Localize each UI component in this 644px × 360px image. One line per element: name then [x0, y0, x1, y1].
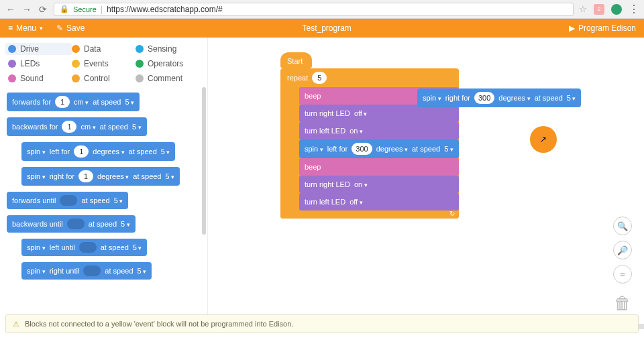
category-events[interactable]: Events: [72, 58, 136, 70]
save-button[interactable]: ✎ Save: [56, 23, 85, 33]
reload-icon[interactable]: ⟳: [38, 4, 48, 15]
browser-chrome: ← → ⟳ 🔒 Secure | https://www.edscratchap…: [0, 0, 644, 19]
warning-text: Blocks not connected to a yellow 'event'…: [25, 320, 293, 328]
block-forwards-for[interactable]: forwards for1cmat speed5: [7, 93, 140, 111]
block-backwards-until[interactable]: backwards untilat speed5: [7, 215, 136, 233]
category-sound[interactable]: Sound: [8, 72, 72, 84]
block-palette: Drive Data Sensing LEDs Events Operators…: [0, 38, 208, 333]
zoom-reset-button[interactable]: =: [613, 265, 632, 284]
block-turn-right-led-2[interactable]: turn right LEDon: [299, 176, 459, 193]
bool-slot: [83, 265, 101, 276]
extension-icon-2[interactable]: [611, 4, 622, 15]
warning-icon: ⚠: [13, 320, 19, 328]
block-spin-right-for[interactable]: spinright for1degreesat speed5: [21, 167, 180, 186]
program-edison-button[interactable]: ▶ Program Edison: [569, 23, 636, 33]
trash-icon[interactable]: 🗑: [614, 293, 631, 313]
zoom-in-button[interactable]: 🔍: [613, 217, 632, 235]
dot-icon: [8, 45, 16, 53]
cursor-highlight-icon: [530, 126, 557, 153]
dot-icon: [136, 45, 144, 53]
bool-slot: [67, 219, 85, 229]
block-turn-left-led[interactable]: turn left LEDon: [299, 122, 459, 139]
dot-icon: [72, 45, 80, 53]
block-start[interactable]: Start: [280, 52, 312, 68]
block-turn-left-led-2[interactable]: turn left LEDoff: [299, 193, 459, 211]
category-data[interactable]: Data: [72, 43, 136, 55]
play-icon: ▶: [569, 23, 575, 33]
warning-banner: ⚠ Blocks not connected to a yellow 'even…: [5, 314, 639, 333]
back-icon[interactable]: ←: [5, 4, 16, 15]
menu-dots-icon[interactable]: ⋮: [629, 3, 639, 15]
zoom-out-icon: 🔎: [617, 245, 628, 255]
canvas-tools: 🔍 🔎 = 🗑: [613, 217, 632, 313]
zoom-in-icon: 🔍: [617, 221, 628, 231]
dot-icon: [8, 60, 16, 68]
block-spin-right-detached[interactable]: spinright for300degreesat speed5: [417, 88, 581, 107]
dot-icon: [136, 60, 144, 68]
program-title: Test_program: [302, 23, 351, 33]
url-text: https://www.edscratchapp.com/#: [107, 5, 223, 14]
block-beep-2[interactable]: beep: [299, 158, 459, 176]
dot-icon: [136, 74, 144, 82]
block-spin-left[interactable]: spinleft for300degreesat speed5: [299, 139, 459, 158]
app-toolbar: ≡ Menu ▾ ✎ Save Test_program ▶ Program E…: [0, 19, 644, 38]
block-spin-left-until[interactable]: spinleft untilat speed5: [21, 239, 147, 256]
extension-icon[interactable]: 2: [594, 4, 604, 15]
lock-icon: 🔒: [60, 5, 69, 13]
dot-icon: [72, 74, 80, 82]
block-backwards-for[interactable]: backwards for1cmat speed5: [7, 117, 147, 136]
hamburger-icon: ≡: [8, 23, 13, 33]
category-operators[interactable]: Operators: [136, 58, 199, 70]
menu-button[interactable]: ≡ Menu ▾: [8, 23, 43, 33]
bool-slot: [60, 195, 77, 206]
secure-label: Secure: [73, 5, 97, 13]
detached-block[interactable]: spinright for300degreesat speed5: [417, 88, 581, 107]
category-control[interactable]: Control: [72, 72, 136, 84]
palette-blocks: forwards for1cmat speed5 backwards for1c…: [0, 87, 207, 333]
workspace-canvas[interactable]: Start repeat5 beep turn right LEDoff tur…: [208, 38, 644, 333]
block-forwards-until[interactable]: forwards untilat speed5: [7, 192, 128, 209]
category-list: Drive Data Sensing LEDs Events Operators…: [0, 38, 207, 87]
main-area: Drive Data Sensing LEDs Events Operators…: [0, 38, 644, 333]
bool-slot: [79, 242, 97, 253]
category-leds[interactable]: LEDs: [8, 58, 72, 70]
forward-icon[interactable]: →: [21, 4, 32, 15]
equals-icon: =: [620, 269, 625, 280]
pencil-icon: ✎: [56, 23, 63, 33]
bookmark-icon[interactable]: ☆: [579, 4, 587, 14]
block-spin-left-for[interactable]: spinleft for1degreesat speed5: [21, 142, 175, 161]
url-bar[interactable]: 🔒 Secure | https://www.edscratchapp.com/…: [54, 3, 574, 16]
script-stack[interactable]: Start repeat5 beep turn right LEDoff tur…: [280, 52, 459, 219]
category-comment[interactable]: Comment: [136, 72, 199, 84]
dot-icon: [8, 74, 16, 82]
chevron-down-icon: ▾: [40, 25, 43, 32]
dot-icon: [72, 60, 80, 68]
category-sensing[interactable]: Sensing: [136, 43, 199, 55]
zoom-out-button[interactable]: 🔎: [613, 241, 632, 259]
category-drive[interactable]: Drive: [5, 43, 72, 55]
block-spin-right-until[interactable]: spinright untilat speed5: [21, 262, 152, 280]
